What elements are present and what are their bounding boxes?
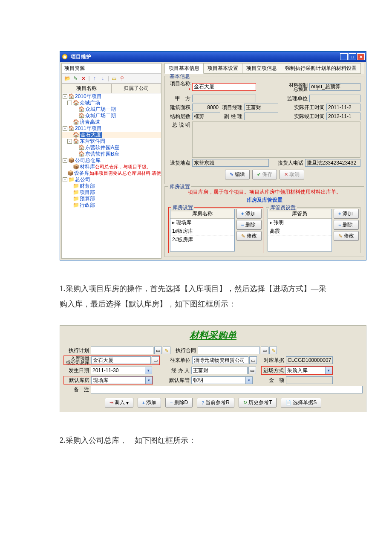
from-lookup-icon[interactable]: ▭ [249, 356, 257, 364]
mgr-mod-button[interactable]: ✎修改 [334, 231, 359, 241]
input-end[interactable] [326, 113, 360, 120]
label-floor: 结构层数 [168, 113, 192, 120]
diao-button[interactable]: ⇥调入 ▾ [105, 398, 133, 408]
add-button[interactable]: +添加 [138, 398, 161, 408]
input-defmgr[interactable] [191, 376, 246, 384]
tree-node[interactable]: -📦公司总仓库 [62, 157, 161, 164]
label-amount: 金 额 [262, 377, 286, 384]
input-contract[interactable] [198, 347, 260, 354]
tree-node[interactable]: -🏠2011年项目 [62, 125, 161, 132]
plus-icon: + [338, 211, 341, 217]
tree-node[interactable]: 🏠众城广场二期 [62, 113, 161, 119]
room-del-button[interactable]: −删除 [236, 220, 262, 230]
input-remark[interactable] [91, 386, 363, 393]
edit-button[interactable]: ✎编辑 [225, 170, 250, 179]
list-item[interactable]: 张明 [268, 219, 332, 227]
label-defmgr: 默认库管 [164, 377, 191, 384]
input-super[interactable] [309, 95, 360, 102]
project-tree[interactable]: -🏠2010年项目-🏠众城广场🏠众城广场一期🏠众城广场二期🏠济青高速-🏠2011… [62, 93, 161, 258]
chevron-down-icon[interactable]: ▾ [326, 367, 332, 374]
tool-folder-icon[interactable]: 📂 [63, 75, 71, 82]
input-mode[interactable] [285, 367, 326, 374]
check-icon: ✔ [257, 172, 261, 177]
x-icon: ✕ [284, 172, 288, 177]
save-button[interactable]: ✔保存 [252, 170, 277, 179]
input-vice[interactable] [244, 113, 278, 120]
input-floor[interactable] [192, 113, 220, 120]
minimize-button[interactable]: _ [340, 53, 348, 60]
tool-card-icon[interactable]: ▭ [110, 75, 118, 82]
tree-node[interactable]: 📁财务部 [62, 183, 161, 189]
input-handler[interactable] [191, 367, 248, 374]
input-mgr[interactable] [244, 104, 278, 111]
tree-node[interactable]: -🏠东营软件园 [62, 138, 161, 145]
minus-icon: − [338, 222, 341, 228]
tab-found-info[interactable]: 项目立项信息 [242, 63, 281, 74]
wh-room-list[interactable]: 库房名称 现场库 1#板房库 2#板房库 [170, 209, 235, 251]
list-item[interactable]: 2#板房库 [170, 236, 234, 244]
contract-lookup-icon[interactable]: ▭ [261, 347, 268, 354]
close-button[interactable]: ✕ [357, 53, 365, 60]
tree-node[interactable]: 📦设备库 如果项目需要从总仓库调材料,请使用材料调拨单。 [62, 170, 161, 176]
input-from[interactable] [192, 356, 248, 364]
tree-node[interactable]: 📦材料库 公司总仓库，与项目平级。 [62, 164, 161, 170]
input-jia[interactable] [192, 95, 256, 102]
input-desc[interactable] [192, 121, 360, 158]
input-addr[interactable] [192, 159, 269, 167]
tab-bar: 项目基本信息 项目基本设置 项目立项信息 强制执行采购计划单的材料设置 [164, 63, 364, 74]
chevron-down-icon[interactable]: ▾ [246, 376, 253, 384]
input-area[interactable] [192, 104, 220, 111]
input-plan[interactable] [91, 347, 153, 354]
contract-clear-icon[interactable]: ✎ [269, 347, 277, 354]
handler-lookup-icon[interactable]: ▭ [248, 367, 256, 374]
tree-node[interactable]: 🏠济青高速 [62, 119, 161, 125]
label-plan: 执行计划 [63, 347, 91, 354]
tool-down-icon[interactable]: ↓ [99, 75, 107, 82]
mgr-add-button[interactable]: +添加 [334, 209, 359, 219]
proj-lookup-icon[interactable]: ▭ [152, 356, 159, 364]
input-date[interactable] [91, 367, 145, 374]
list-item[interactable]: 高霞 [268, 227, 332, 236]
seldoc-button[interactable]: 📄选择单据S [281, 398, 321, 408]
tree-node[interactable]: -🏠众城广场 [62, 100, 161, 106]
maximize-button[interactable]: □ [349, 53, 356, 60]
tree-node[interactable]: 🏠众城广场一期 [62, 106, 161, 113]
hisref-button[interactable]: ↻历史参考T [239, 398, 277, 408]
chevron-down-icon[interactable]: ▾ [146, 376, 153, 384]
input-defwh[interactable] [91, 376, 146, 384]
plan-lookup-icon[interactable]: ▭ [154, 347, 162, 354]
basic-info-fieldset: 基本信息 项目名称* 材料控制 总预算 甲 方 监理单位 [164, 76, 364, 184]
tree-node[interactable]: 🏠东营软件园B座 [62, 151, 161, 157]
tool-pin-icon[interactable]: ⚲ [118, 75, 126, 82]
list-item[interactable]: 现场库 [170, 219, 234, 227]
tree-node[interactable]: -🏠2010年项目 [62, 93, 161, 100]
tree-node[interactable]: 📁项目部 [62, 189, 161, 196]
chevron-down-icon[interactable]: ▾ [145, 367, 152, 374]
mgr-del-button[interactable]: −删除 [334, 220, 359, 230]
tree-node[interactable]: -📁总公司 [62, 176, 161, 183]
input-start[interactable] [326, 104, 360, 111]
room-mod-button[interactable]: ✎修改 [236, 231, 262, 241]
input-phone[interactable] [305, 159, 360, 167]
del-button[interactable]: −删除D [165, 398, 193, 408]
tool-delete-icon[interactable]: ✕ [80, 75, 87, 82]
plan-clear-icon[interactable]: ✎ [163, 347, 170, 354]
tree-node[interactable]: 📁预算部 [62, 196, 161, 202]
input-project-name[interactable] [192, 83, 256, 91]
list-item[interactable]: 1#板房库 [170, 227, 234, 236]
tree-node[interactable]: 📁行政部 [62, 202, 161, 208]
tool-edit-icon[interactable]: ✎ [72, 75, 79, 82]
tab-basic-info[interactable]: 项目基本信息 [164, 63, 204, 74]
tab-basic-settings[interactable]: 项目基本设置 [203, 63, 242, 74]
curref-button[interactable]: ?当前参考R [197, 398, 234, 408]
cancel-button[interactable]: ✕取消 [280, 170, 304, 179]
col-sub: 归属子公司 [112, 84, 161, 93]
tree-node[interactable]: 🏠东营软件园A座 [62, 145, 161, 151]
input-proj[interactable] [91, 356, 151, 364]
tool-up-icon[interactable]: ↑ [91, 75, 98, 82]
label-defwh: 默认库房 [64, 377, 91, 384]
tree-node[interactable]: 🏠金石大厦 [62, 132, 161, 138]
wh-mgr-list[interactable]: 库管员 张明 高霞 [268, 209, 332, 251]
room-add-button[interactable]: +添加 [236, 209, 262, 219]
tab-force-plan[interactable]: 强制执行采购计划单的材料设置 [281, 63, 361, 74]
